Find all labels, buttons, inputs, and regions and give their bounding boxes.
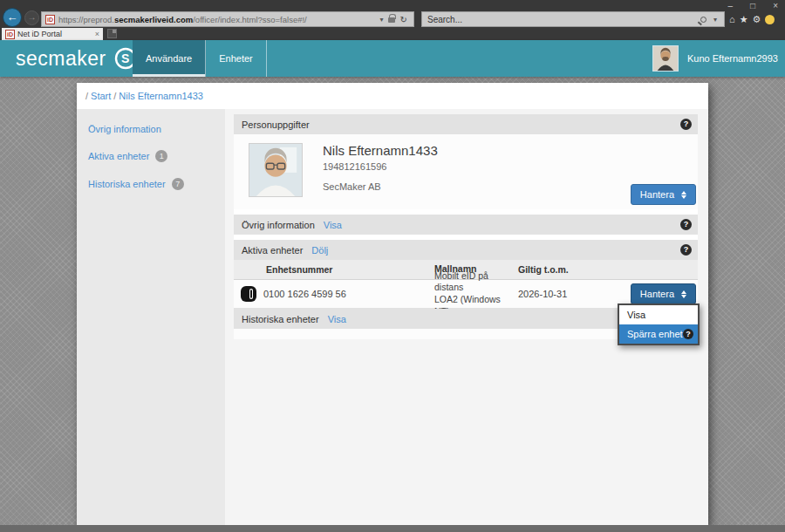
secmaker-logo: secmaker S — [16, 40, 137, 77]
sidebar-item-aktiva-enheter[interactable]: Aktiva enheter 1 — [88, 150, 225, 162]
sidebar-item-ovrig-information[interactable]: Övrig information — [88, 124, 225, 134]
breadcrumb: /Start/Nils Efternamn1433 — [77, 83, 708, 109]
favorites-star-icon[interactable]: ★ — [740, 11, 748, 27]
new-tab-button[interactable] — [107, 29, 117, 38]
cell-enhetsnummer: 0100 1626 4599 56 — [263, 289, 434, 299]
panel-header-aktiva-enheter: Aktiva enheter Dölj ? — [234, 240, 698, 260]
help-icon[interactable]: ? — [680, 219, 692, 230]
organization-name: SecMaker AB — [323, 181, 381, 192]
titlebar: – □ × — [0, 0, 785, 10]
hantera-dropdown-menu: Visa Spärra enhet ? — [618, 304, 700, 345]
lock-icon — [388, 17, 395, 23]
person-section: Nils Efternamn1433 194812161596 SecMaker… — [234, 134, 698, 209]
tab-favicon-icon: iD — [5, 30, 15, 39]
menu-item-visa[interactable]: Visa — [619, 305, 698, 324]
person-photo — [249, 143, 303, 197]
dolj-link[interactable]: Dölj — [311, 245, 328, 256]
tab-bar: iD Net iD Portal × — [0, 28, 785, 40]
current-user-chip[interactable]: Kuno Efternamn2993 — [652, 40, 778, 77]
column-header-giltig-tom: Giltig t.o.m. — [518, 264, 649, 275]
svg-text:S: S — [121, 51, 130, 65]
tab-close-icon[interactable]: × — [95, 30, 99, 38]
person-name: Nils Efternamn1433 — [323, 143, 438, 158]
search-box[interactable]: Search... ▾ — [421, 11, 725, 27]
tab-title: Net iD Portal — [17, 30, 95, 38]
help-icon[interactable]: ? — [680, 119, 692, 130]
mobile-device-icon — [240, 285, 257, 303]
sidebar: Övrig information Aktiva enheter 1 Histo… — [77, 109, 225, 525]
settings-gear-icon[interactable]: ⚙ — [753, 11, 761, 27]
browser-window: – □ × ← → iD https://preprod.secmakerliv… — [0, 0, 785, 532]
updown-icon — [681, 290, 686, 298]
content-card: /Start/Nils Efternamn1433 Övrig informat… — [77, 83, 708, 525]
count-badge: 1 — [155, 150, 167, 162]
cell-giltig-tom: 2026-10-31 — [518, 289, 649, 299]
search-input[interactable]: Search... — [427, 15, 700, 24]
breadcrumb-start-link[interactable]: Start — [91, 91, 111, 101]
search-icon[interactable] — [700, 17, 706, 23]
sidebar-item-historiska-enheter[interactable]: Historiska enheter 7 — [88, 178, 225, 190]
menu-item-sparra-enhet[interactable]: Spärra enhet ? — [619, 324, 698, 344]
back-icon: ← — [7, 10, 18, 24]
nav-tab-enheter[interactable]: Enheter — [206, 40, 267, 77]
chevron-down-icon[interactable]: ▾ — [713, 16, 717, 24]
feedback-smiley-icon[interactable] — [765, 15, 775, 24]
back-button[interactable]: ← — [3, 8, 22, 27]
address-bar[interactable]: iD https://preprod.secmakerliveid.com/of… — [41, 11, 414, 27]
browser-toolbar: ← → iD https://preprod.secmakerliveid.co… — [0, 11, 785, 27]
visa-link[interactable]: Visa — [328, 314, 346, 324]
site-favicon: iD — [45, 15, 55, 24]
panel-header-personuppgifter: Personuppgifter ? — [234, 114, 698, 134]
updown-icon — [681, 191, 686, 199]
breadcrumb-current: Nils Efternamn1433 — [119, 91, 203, 101]
forward-icon: → — [28, 12, 37, 22]
help-icon[interactable]: ? — [683, 329, 693, 339]
help-icon[interactable]: ? — [680, 244, 692, 256]
page-background: /Start/Nils Efternamn1433 Övrig informat… — [0, 77, 785, 532]
chevron-down-icon[interactable]: ▾ — [380, 16, 384, 24]
nav-tab-anvandare[interactable]: Användare — [133, 40, 206, 77]
user-name: Kuno Efternamn2993 — [687, 53, 778, 64]
url-text: https://preprod.secmakerliveid.com/offic… — [58, 15, 379, 24]
app-header: secmaker S Användare Enheter Kuno Eftern… — [0, 40, 785, 77]
panel-header-ovrig-information: Övrig information Visa ? — [234, 215, 698, 235]
user-avatar — [652, 45, 679, 72]
hantera-button[interactable]: Hantera — [631, 184, 696, 205]
home-icon[interactable]: ⌂ — [729, 11, 735, 27]
minimize-button[interactable]: – — [728, 1, 734, 10]
refresh-icon[interactable]: ↻ — [400, 15, 407, 24]
browser-tab[interactable]: iD Net iD Portal × — [2, 28, 103, 40]
count-badge: 7 — [172, 178, 184, 190]
personal-number: 194812161596 — [323, 161, 386, 172]
column-header-enhetsnummer: Enhetsnummer — [263, 264, 434, 275]
close-button[interactable]: × — [773, 1, 778, 10]
hantera-row-button[interactable]: Hantera — [631, 283, 696, 304]
main-nav: Användare Enheter — [133, 40, 267, 77]
forward-button[interactable]: → — [24, 10, 39, 25]
visa-link[interactable]: Visa — [324, 220, 342, 230]
window-bottom-edge — [0, 525, 785, 532]
maximize-button[interactable]: □ — [750, 1, 755, 10]
logo-text: secmaker — [16, 47, 106, 71]
